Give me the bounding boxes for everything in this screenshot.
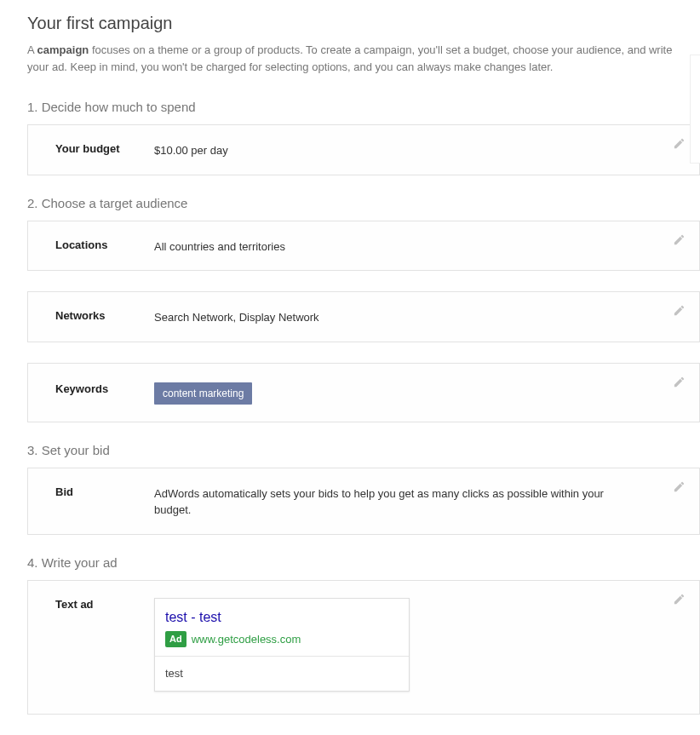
intro-rest: focuses on a theme or a group of product… (27, 43, 672, 73)
ad-headline: test - test (165, 607, 399, 628)
keywords-value: content marketing (154, 381, 680, 405)
ad-preview-top: test - test Ad www.getcodeless.com (155, 599, 409, 657)
text-ad-label: Text ad (55, 596, 154, 611)
bid-value: AdWords automatically sets your bids to … (154, 484, 614, 519)
edit-bid-button[interactable] (673, 480, 686, 493)
intro-prefix: A (27, 43, 37, 56)
page-intro: A campaign focuses on a theme or a group… (27, 42, 674, 76)
pencil-icon (673, 137, 686, 150)
locations-value: All countries and territories (154, 237, 680, 256)
page-title: Your first campaign (27, 14, 700, 33)
keywords-label: Keywords (55, 381, 154, 395)
ad-badge: Ad (165, 631, 186, 647)
budget-card: Your budget $10.00 per day (27, 124, 700, 175)
edit-locations-button[interactable] (673, 233, 686, 246)
ad-display-url: www.getcodeless.com (192, 631, 301, 648)
pencil-icon (673, 304, 686, 317)
pencil-icon (673, 480, 686, 493)
bid-label: Bid (55, 484, 154, 498)
text-ad-value: test - test Ad www.getcodeless.com test (154, 596, 680, 692)
edit-keywords-button[interactable] (673, 376, 686, 388)
budget-label: Your budget (55, 141, 154, 155)
locations-label: Locations (55, 237, 154, 251)
intro-bold: campaign (37, 43, 89, 56)
edit-networks-button[interactable] (673, 304, 686, 317)
ad-url-row: Ad www.getcodeless.com (165, 631, 399, 648)
edit-text-ad-button[interactable] (673, 593, 686, 606)
networks-value: Search Network, Display Network (154, 307, 680, 326)
keywords-card: Keywords content marketing (27, 363, 700, 422)
ad-description: test (155, 657, 409, 691)
pencil-icon (673, 233, 686, 246)
edit-budget-button[interactable] (673, 137, 686, 150)
right-panel-edge (690, 55, 700, 164)
ad-preview: test - test Ad www.getcodeless.com test (154, 598, 410, 692)
networks-card: Networks Search Network, Display Network (27, 291, 700, 342)
text-ad-card: Text ad test - test Ad www.getcodeless.c… (27, 580, 700, 715)
locations-card: Locations All countries and territories (27, 221, 700, 272)
networks-label: Networks (55, 307, 154, 322)
bid-card: Bid AdWords automatically sets your bids… (27, 468, 700, 535)
section-heading-bid: 3. Set your bid (27, 443, 700, 457)
budget-value: $10.00 per day (154, 141, 680, 159)
keyword-chip[interactable]: content marketing (154, 382, 252, 405)
section-heading-ad: 4. Write your ad (27, 555, 700, 570)
section-heading-budget: 1. Decide how much to spend (27, 100, 700, 114)
pencil-icon (673, 593, 686, 606)
pencil-icon (673, 376, 686, 388)
section-heading-audience: 2. Choose a target audience (27, 196, 700, 210)
